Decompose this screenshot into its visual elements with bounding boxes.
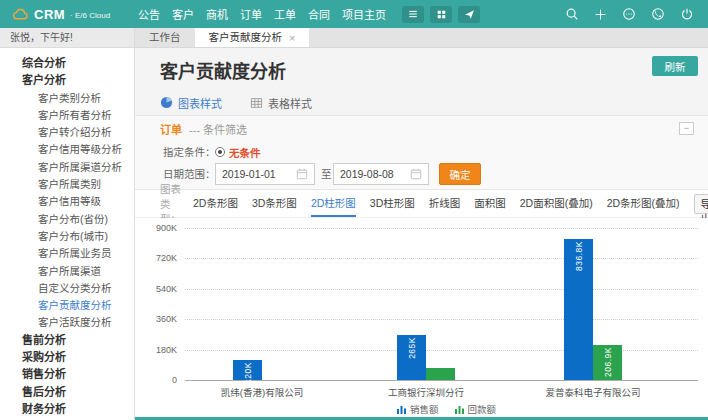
topnav-item[interactable]: 公告 xyxy=(138,6,160,22)
sidebar-item[interactable]: 客户所属业务员 xyxy=(0,245,134,262)
legend-label: 回款额 xyxy=(468,402,497,416)
confirm-button[interactable]: 确定 xyxy=(439,163,481,185)
menu-icon[interactable] xyxy=(402,6,424,23)
sidebar: 综合分析客户分析客户类别分析客户所有者分析客户转介绍分析客户信用等级分析客户所属… xyxy=(0,48,135,420)
chart-type-option[interactable]: 2D条形图(叠加) xyxy=(607,190,680,217)
sidebar-item[interactable]: 客户转介绍分析 xyxy=(0,124,134,141)
date-to-input[interactable]: 2019-08-08 xyxy=(333,163,429,185)
x-axis-category-label: 爱普泰科电子有限公司 xyxy=(545,385,640,399)
radio-selected-icon[interactable] xyxy=(215,147,225,157)
sidebar-item-active[interactable]: 客户贡献度分析 xyxy=(0,297,134,314)
gridline xyxy=(185,289,698,290)
chart-type-option[interactable]: 2D条形图 xyxy=(193,190,238,217)
chart-legend: 销售额回款额 xyxy=(185,402,708,416)
table-icon xyxy=(250,97,263,109)
sidebar-item[interactable]: 客户分析 xyxy=(0,72,134,89)
sidebar-item[interactable]: 客户所属类别 xyxy=(0,176,134,193)
date-from-input[interactable]: 2019-01-01 xyxy=(215,163,315,185)
date-to-value: 2019-08-08 xyxy=(340,168,394,180)
tab-label: 客户贡献度分析 xyxy=(209,28,283,47)
chart-type-option[interactable]: 面积图 xyxy=(474,190,506,217)
sidebar-item[interactable]: 财务分析 xyxy=(0,401,134,418)
bar-value-text: 836.8K xyxy=(574,241,584,271)
bar-chart: 销售额回款额 900K720K540K360K180K0120K265K836.… xyxy=(135,218,708,416)
sidebar-item[interactable]: 客户分布(省份) xyxy=(0,211,134,228)
sidebar-item[interactable]: 客户类别分析 xyxy=(0,90,134,107)
sidebar-item[interactable]: 售后分析 xyxy=(0,384,134,401)
page-title: 客户贡献度分析 xyxy=(160,57,286,83)
topnav-item[interactable]: 项目主页 xyxy=(342,6,386,22)
filter-header: 订单 --- 条件筛选 xyxy=(160,121,247,137)
chart-type-option[interactable]: 3D条形图 xyxy=(252,190,297,217)
x-axis-category-label: 凯纬(香港)有限公司 xyxy=(221,385,303,399)
sidebar-item[interactable]: 自定义分类分析 xyxy=(0,280,134,297)
condition-radio[interactable]: 无条件 xyxy=(215,143,261,161)
chart-bar-回款额-1[interactable] xyxy=(426,368,455,380)
bar-value-label: 265K xyxy=(397,337,426,359)
top-nav: 公告客户商机订单工单合同项目主页 xyxy=(138,6,386,22)
tab[interactable]: 客户贡献度分析× xyxy=(195,28,310,47)
chart-type-option[interactable]: 3D柱形图 xyxy=(370,190,415,217)
chart-bar-销售额-1[interactable]: 265K xyxy=(397,335,426,380)
search-icon[interactable] xyxy=(565,7,579,21)
cloud-logo-icon xyxy=(12,7,29,22)
phone-icon[interactable] xyxy=(651,7,665,21)
brand[interactable]: CRM · E/6 Cloud xyxy=(0,7,138,22)
filter-module-label: 订单 xyxy=(160,124,182,136)
bar-value-label: 836.8K xyxy=(564,241,593,271)
legend-item-回款额[interactable]: 回款额 xyxy=(455,402,497,416)
chart-bar-回款额-2[interactable]: 206.9K xyxy=(593,345,622,380)
sidebar-item[interactable]: 综合分析 xyxy=(0,55,134,72)
date-from-value: 2019-01-01 xyxy=(222,168,276,180)
bar-value-text: 120K xyxy=(243,362,253,384)
calendar-icon[interactable] xyxy=(410,168,422,180)
topnav-item[interactable]: 订单 xyxy=(240,6,262,22)
sidebar-item[interactable]: 客户所属渠道 xyxy=(0,263,134,280)
sidebar-item[interactable]: 销售分析 xyxy=(0,366,134,383)
chart-bar-销售额-2[interactable]: 836.8K xyxy=(564,239,593,380)
chart-bar-销售额-0[interactable]: 120K xyxy=(233,360,262,380)
chart-type-options: 2D条形图3D条形图2D柱形图3D柱形图折线图面积图2D面积图(叠加)2D条形图… xyxy=(193,190,694,217)
topnav-item[interactable]: 合同 xyxy=(308,6,330,22)
sidebar-item[interactable]: 客户信用等级分析 xyxy=(0,141,134,158)
tab-chart-style[interactable]: 图表样式 xyxy=(160,95,222,111)
tab-table-style[interactable]: 表格样式 xyxy=(250,95,312,111)
y-axis-tick: 540K xyxy=(135,284,177,294)
gridline xyxy=(185,258,698,259)
filter-collapse-button[interactable]: − xyxy=(679,122,694,135)
export-button[interactable]: 导出 xyxy=(694,194,708,214)
chart-type-row: 图表类型： 2D条形图3D条形图2D柱形图3D柱形图折线图面积图2D面积图(叠加… xyxy=(135,190,708,218)
tab[interactable]: 工作台 xyxy=(135,28,195,47)
add-icon[interactable] xyxy=(594,8,607,21)
refresh-button[interactable]: 刷新 xyxy=(652,56,698,76)
topnav-item[interactable]: 客户 xyxy=(172,6,194,22)
calendar-icon[interactable] xyxy=(296,168,308,180)
chart-type-option[interactable]: 2D柱形图 xyxy=(311,190,356,217)
chart-type-option[interactable]: 折线图 xyxy=(429,190,461,217)
bar-value-text: 206.9K xyxy=(603,347,613,377)
sidebar-item[interactable]: 客户所有者分析 xyxy=(0,107,134,124)
send-icon[interactable] xyxy=(458,6,480,23)
tab-label: 工作台 xyxy=(149,28,181,47)
date-to-label: 至 xyxy=(321,163,332,185)
legend-bars-icon xyxy=(397,404,406,414)
topnav-item[interactable]: 商机 xyxy=(206,6,228,22)
sidebar-item[interactable]: 客户活跃度分析 xyxy=(0,314,134,331)
legend-item-销售额[interactable]: 销售额 xyxy=(397,402,439,416)
sidebar-item[interactable]: 采购分析 xyxy=(0,349,134,366)
close-icon[interactable]: × xyxy=(289,33,295,43)
tab-bar: 工作台客户贡献度分析× xyxy=(135,28,708,48)
apps-grid-icon[interactable] xyxy=(430,6,452,23)
power-icon[interactable] xyxy=(680,7,694,21)
chart-type-option[interactable]: 2D面积图(叠加) xyxy=(520,190,593,217)
legend-bars-icon xyxy=(455,404,464,414)
sidebar-item[interactable]: 售前分析 xyxy=(0,332,134,349)
topnav-item[interactable]: 工单 xyxy=(274,6,296,22)
sidebar-item[interactable]: 客户信用等级 xyxy=(0,193,134,210)
sidebar-item[interactable]: 客户所属渠道分析 xyxy=(0,159,134,176)
y-axis-tick: 180K xyxy=(135,345,177,355)
more-options-icon[interactable] xyxy=(622,7,636,21)
sidebar-item[interactable]: 客户分布(城市) xyxy=(0,228,134,245)
y-axis-tick: 720K xyxy=(135,253,177,263)
legend-label: 销售额 xyxy=(410,402,439,416)
